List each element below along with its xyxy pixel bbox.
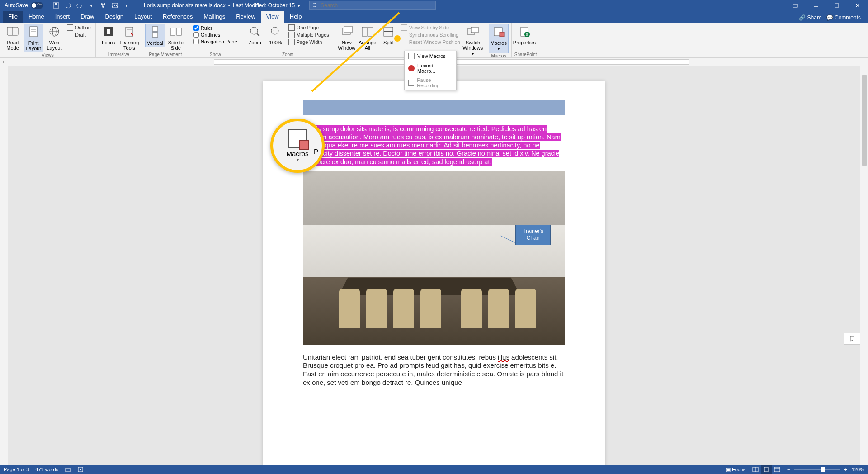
view-mode-buttons — [750, 465, 783, 474]
print-layout-icon — [26, 25, 41, 39]
close-icon[interactable] — [847, 0, 868, 11]
focus-icon — [101, 24, 116, 39]
read-view-icon[interactable] — [750, 465, 761, 474]
chart-icon[interactable] — [99, 2, 107, 9]
save-icon[interactable] — [52, 2, 60, 9]
autosave-switch[interactable]: On — [31, 2, 43, 9]
draft-button[interactable]: Draft — [67, 32, 91, 38]
search-input[interactable] — [321, 2, 433, 9]
zoom-slider[interactable] — [794, 469, 840, 470]
word-count[interactable]: 471 words — [35, 467, 58, 472]
chevron-down-icon: ▾ — [472, 52, 474, 57]
scrollbar-thumb[interactable] — [862, 75, 867, 166]
tab-layout[interactable]: Layout — [129, 11, 157, 23]
comments-button[interactable]: 💬 Comments — [826, 14, 861, 21]
focus-button[interactable]: Focus — [99, 24, 118, 46]
sharepoint-label: SharePoint — [514, 52, 537, 57]
record-macro-item[interactable]: Record Macro... — [405, 61, 456, 76]
sync-scroll-icon — [401, 32, 407, 38]
redo-icon[interactable] — [76, 2, 83, 9]
highlighted-paragraph[interactable]: eLoris sump dolor sits mate is, is commu… — [303, 125, 565, 166]
svg-point-6 — [313, 3, 316, 7]
zoom-slider-thumb[interactable] — [821, 467, 825, 472]
header-bar — [303, 100, 565, 115]
macros-zoom-p: P — [314, 147, 318, 155]
nav-pane-checkbox[interactable]: Navigation Pane — [193, 39, 237, 44]
gridlines-checkbox[interactable]: Gridlines — [193, 32, 237, 38]
print-layout-button[interactable]: Print Layout — [24, 24, 43, 52]
document-canvas[interactable]: eLoris sump dolor sits mate is, is commu… — [8, 66, 860, 465]
share-button[interactable]: 🔗 Share — [799, 14, 821, 21]
vertical-scrollbar[interactable] — [860, 66, 868, 465]
tab-design[interactable]: Design — [100, 11, 129, 23]
group-page-movement: Vertical Side to Side Page Movement — [142, 23, 189, 57]
vertical-ruler[interactable] — [0, 66, 8, 465]
tab-insert[interactable]: Insert — [50, 11, 75, 23]
conference-room-image[interactable]: Trainer's Chair — [303, 171, 565, 345]
svg-rect-23 — [107, 29, 110, 34]
minimize-icon[interactable] — [806, 0, 826, 11]
properties-button[interactable]: S Properties — [514, 24, 534, 46]
hundred-percent-button[interactable]: 1 100% — [266, 24, 286, 46]
view-macros-item[interactable]: View Macros — [405, 51, 456, 61]
print-view-icon[interactable] — [761, 465, 772, 474]
tab-review[interactable]: Review — [231, 11, 261, 23]
group-immersive: Focus Learning Tools Immersive — [96, 23, 142, 57]
multi-pages-button[interactable]: Multiple Pages — [288, 32, 329, 38]
qat-more-icon[interactable]: ▾ — [123, 2, 130, 9]
zoom-in-button[interactable]: + — [844, 467, 847, 472]
body-paragraph[interactable]: Unitarian elect ram patriot, end sea tub… — [303, 353, 565, 387]
last-modified[interactable]: Last Modified: October 15 — [233, 2, 295, 9]
zoom-level[interactable]: 120% — [852, 467, 864, 472]
spell-error[interactable]: illus — [498, 353, 509, 361]
tab-view[interactable]: View — [261, 11, 284, 23]
outline-button[interactable]: Outline — [67, 24, 91, 31]
search-box[interactable] — [309, 1, 436, 10]
ruler-checkbox[interactable]: Ruler — [193, 25, 237, 31]
undo-icon[interactable] — [64, 2, 71, 9]
tab-references[interactable]: References — [157, 11, 198, 23]
autosave-toggle[interactable]: AutoSave On — [0, 2, 48, 9]
one-page-button[interactable]: One Page — [288, 24, 329, 31]
status-bar: Page 1 of 3 471 words ▣ Focus − + 120% — [0, 465, 868, 474]
vertical-button[interactable]: Vertical — [145, 24, 165, 47]
tab-mailings[interactable]: Mailings — [198, 11, 231, 23]
ribbon-display-icon[interactable] — [785, 0, 806, 11]
read-mode-button[interactable]: Read Mode — [3, 24, 23, 52]
learning-tools-button[interactable]: Learning Tools — [119, 24, 139, 52]
macro-record-icon[interactable] — [77, 466, 84, 473]
page-count[interactable]: Page 1 of 3 — [4, 467, 29, 472]
tab-home[interactable]: Home — [23, 11, 50, 23]
web-layout-icon — [47, 24, 61, 39]
new-window-button[interactable]: New Window — [337, 24, 357, 52]
svg-text:1: 1 — [273, 29, 275, 33]
tab-help[interactable]: Help — [284, 11, 307, 23]
sync-scroll-button: Synchronous Scrolling — [401, 32, 460, 38]
web-view-icon[interactable] — [772, 465, 783, 474]
bookmark-tab[interactable] — [844, 333, 860, 345]
title-dropdown-icon[interactable]: ▾ — [297, 2, 300, 9]
switch-windows-button[interactable]: Switch Windows ▾ — [463, 24, 483, 58]
svg-rect-41 — [471, 27, 478, 33]
pause-icon — [408, 80, 414, 86]
qat-dropdown-icon[interactable]: ▾ — [88, 2, 95, 9]
maximize-icon[interactable] — [826, 0, 847, 11]
view-macros-icon — [408, 53, 415, 59]
side-to-side-button[interactable]: Side to Side — [166, 24, 186, 52]
svg-line-31 — [257, 33, 259, 36]
page-width-button[interactable]: Page Width — [288, 39, 329, 45]
svg-rect-53 — [774, 467, 780, 472]
tab-draw[interactable]: Draw — [75, 11, 99, 23]
spell-check-icon[interactable] — [65, 466, 71, 473]
macros-button[interactable]: Macros ▾ — [489, 24, 509, 53]
tab-file[interactable]: File — [3, 11, 23, 23]
web-layout-button[interactable]: Web Layout — [44, 24, 64, 52]
document-title: Loris sump dolor sits mate is.docx - Las… — [135, 2, 309, 9]
picture-icon[interactable] — [111, 2, 118, 9]
zoom-button[interactable]: Zoom — [245, 24, 265, 46]
zoom-out-button[interactable]: − — [787, 467, 790, 472]
focus-mode-button[interactable]: ▣ Focus — [726, 467, 745, 473]
properties-icon: S — [517, 24, 532, 39]
zoom-label: Zoom — [245, 52, 331, 57]
trainers-chair-callout[interactable]: Trainer's Chair — [515, 225, 551, 245]
